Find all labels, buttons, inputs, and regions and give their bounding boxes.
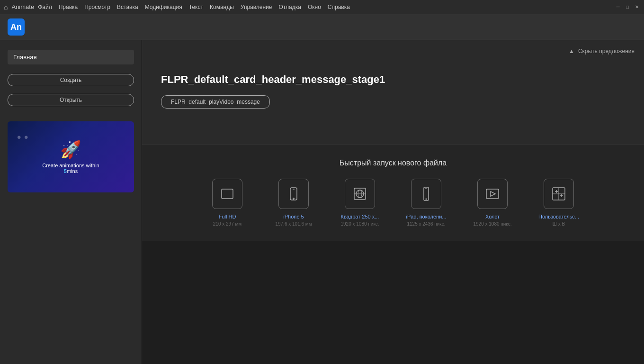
top-banner: ▲ Скрыть предложения FLPR_default_card_h… bbox=[142, 40, 644, 145]
preset-square[interactable]: Квадрат 250 х... 1920 x 1080 пикс. bbox=[334, 179, 386, 227]
app-name: Animate bbox=[11, 3, 34, 10]
hide-label: Скрыть предложения bbox=[578, 48, 635, 55]
menu-insert[interactable]: Вставка bbox=[117, 4, 138, 10]
preset-ipad-sublabel: 1125 x 2436 пикс. bbox=[407, 221, 445, 227]
preset-iphone5-icon-box bbox=[278, 179, 309, 209]
promo-card[interactable]: • • 🚀 Create animations within 5mins bbox=[8, 121, 134, 192]
app-logo: An bbox=[8, 18, 25, 36]
open-button[interactable]: Открыть bbox=[8, 94, 134, 106]
content-area: ▲ Скрыть предложения FLPR_default_card_h… bbox=[142, 40, 644, 364]
menu-commands[interactable]: Команды bbox=[210, 4, 234, 10]
preset-fullhd-sublabel: 210 x 297 мм bbox=[213, 221, 242, 227]
header-bar: An bbox=[0, 14, 644, 40]
titlebar: ⌂ Animate Файл Правка Просмотр Вставка М… bbox=[0, 0, 644, 14]
sidebar: Главная Создать Открыть • • 🚀 Create ani… bbox=[0, 40, 142, 364]
hide-suggestions-row[interactable]: ▲ Скрыть предложения bbox=[569, 48, 635, 55]
menu-help[interactable]: Справка bbox=[328, 4, 350, 10]
preset-ipad[interactable]: iPad, поколени... 1125 x 2436 пикс. bbox=[400, 179, 452, 227]
preset-custom-label: Пользовательс... bbox=[538, 214, 579, 219]
banner-title: FLPR_default_card_header_message_stage1 bbox=[161, 73, 625, 86]
presets-row: Full HD 210 x 297 мм iPhone 5 197,6 x 10… bbox=[152, 179, 635, 227]
preset-canvas-icon-box bbox=[477, 179, 508, 209]
preset-custom-sublabel: Ш х В bbox=[553, 221, 565, 227]
menu-modify[interactable]: Модификация bbox=[145, 4, 182, 10]
svg-point-3 bbox=[293, 198, 294, 199]
menu-bar: Файл Правка Просмотр Вставка Модификация… bbox=[38, 4, 350, 10]
preset-square-icon-box bbox=[345, 179, 375, 209]
promo-text: Create animations within 5mins bbox=[42, 163, 99, 174]
sidebar-buttons: Создать Открыть bbox=[8, 74, 134, 112]
quick-launch-section: Быстрый запуск нового файла Full HD 210 … bbox=[142, 145, 644, 241]
svg-rect-11 bbox=[486, 189, 499, 199]
quick-launch-title: Быстрый запуск нового файла bbox=[152, 159, 635, 167]
titlebar-left: ⌂ Animate Файл Правка Просмотр Вставка М… bbox=[4, 3, 350, 11]
preset-canvas-sublabel: 1920 x 1080 пикс. bbox=[473, 221, 511, 227]
preset-ipad-icon-box bbox=[411, 179, 441, 209]
menu-edit[interactable]: Правка bbox=[59, 4, 78, 10]
preset-canvas[interactable]: Холст 1920 x 1080 пикс. bbox=[466, 179, 519, 227]
menu-debug[interactable]: Отладка bbox=[279, 4, 301, 10]
chevron-up-icon: ▲ bbox=[569, 48, 574, 55]
sidebar-section-title: Главная bbox=[8, 50, 134, 64]
main-layout: Главная Создать Открыть • • 🚀 Create ani… bbox=[0, 40, 644, 364]
maximize-button[interactable]: □ bbox=[624, 4, 631, 10]
preset-iphone5-label: iPhone 5 bbox=[283, 214, 304, 219]
menu-file[interactable]: Файл bbox=[38, 4, 52, 10]
preset-canvas-label: Холст bbox=[485, 214, 500, 219]
preset-square-sublabel: 1920 x 1080 пикс. bbox=[340, 221, 379, 227]
preset-custom-icon-box bbox=[544, 179, 574, 209]
promo-decoration: • • bbox=[17, 131, 28, 144]
home-icon[interactable]: ⌂ bbox=[4, 3, 8, 11]
preset-square-label: Квадрат 250 х... bbox=[341, 214, 379, 219]
svg-point-10 bbox=[426, 199, 427, 200]
svg-rect-0 bbox=[222, 189, 233, 199]
close-button[interactable]: ✕ bbox=[634, 4, 640, 10]
rocket-icon: 🚀 bbox=[60, 140, 81, 160]
preset-fullhd[interactable]: Full HD 210 x 297 мм bbox=[201, 179, 253, 227]
menu-view[interactable]: Просмотр bbox=[84, 4, 110, 10]
menu-control[interactable]: Управление bbox=[241, 4, 272, 10]
preset-iphone5[interactable]: iPhone 5 197,6 x 101,6 мм bbox=[268, 179, 320, 227]
preset-iphone5-sublabel: 197,6 x 101,6 мм bbox=[275, 221, 312, 227]
preset-fullhd-label: Full HD bbox=[219, 214, 236, 219]
create-button[interactable]: Создать bbox=[8, 74, 134, 86]
play-video-button[interactable]: FLPR_default_playVideo_message bbox=[161, 95, 270, 109]
menu-text[interactable]: Текст bbox=[189, 4, 203, 10]
minimize-button[interactable]: ─ bbox=[615, 4, 621, 10]
preset-fullhd-icon-box bbox=[212, 179, 242, 209]
menu-window[interactable]: Окно bbox=[308, 4, 321, 10]
preset-ipad-label: iPad, поколени... bbox=[406, 214, 447, 219]
preset-custom[interactable]: Пользовательс... Ш х В bbox=[533, 179, 585, 227]
svg-marker-12 bbox=[491, 191, 495, 196]
window-controls: ─ □ ✕ bbox=[615, 4, 640, 10]
